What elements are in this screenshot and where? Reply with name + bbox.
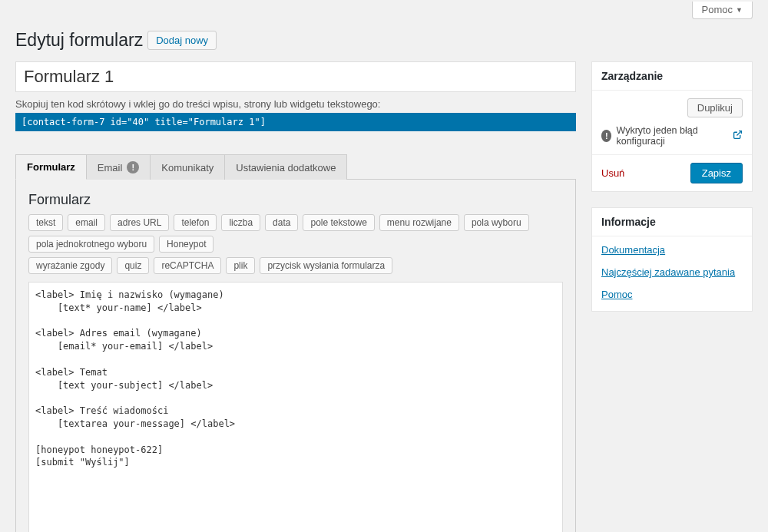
help-link[interactable]: Pomoc <box>601 289 743 300</box>
tag-button[interactable]: data <box>265 214 298 231</box>
manage-box: Zarządzanie Duplikuj ! Wykryto jeden błą… <box>591 61 753 192</box>
tag-button[interactable]: quiz <box>117 257 149 274</box>
tag-button[interactable]: liczba <box>221 214 260 231</box>
delete-link[interactable]: Usuń <box>601 167 624 179</box>
form-title-input[interactable] <box>15 61 576 92</box>
tag-button[interactable]: menu rozwijane <box>379 214 459 231</box>
warning-icon: ! <box>601 130 611 142</box>
config-warning[interactable]: ! Wykryto jeden błąd konfiguracji <box>601 125 743 147</box>
external-link-icon <box>733 130 743 142</box>
tag-button[interactable]: email <box>68 214 105 231</box>
tab-email[interactable]: Email ! <box>87 154 151 180</box>
tab-messages[interactable]: Komunikaty <box>151 154 225 180</box>
add-new-button[interactable]: Dodaj nowy <box>147 31 217 50</box>
duplicate-button[interactable]: Duplikuj <box>687 98 743 117</box>
tag-button[interactable]: pole tekstowe <box>303 214 374 231</box>
help-label: Pomoc <box>702 4 733 15</box>
tag-row-1: tekst email adres URL telefon liczba dat… <box>28 214 563 253</box>
tag-button[interactable]: tekst <box>28 214 63 231</box>
tag-button[interactable]: Honeypot <box>159 236 214 253</box>
tab-additional[interactable]: Ustawienia dodatkowe <box>225 154 347 180</box>
tag-button[interactable]: reCAPTCHA <box>154 257 221 274</box>
tag-button[interactable]: telefon <box>174 214 217 231</box>
chevron-down-icon: ▼ <box>736 6 743 14</box>
tab-row: Formularz Email ! Komunikaty Ustawienia … <box>15 154 576 180</box>
shortcode-hint: Skopiuj ten kod skrótowy i wklej go do t… <box>15 98 576 110</box>
manage-title: Zarządzanie <box>592 62 752 91</box>
config-warning-text: Wykryto jeden błąd konfiguracji <box>616 125 728 147</box>
tag-button[interactable]: wyrażanie zgody <box>28 257 112 274</box>
tag-button[interactable]: plik <box>226 257 255 274</box>
tab-form[interactable]: Formularz <box>15 154 87 180</box>
tag-button[interactable]: przycisk wysłania formularza <box>260 257 392 274</box>
page-title: Edytuj formularz <box>15 30 143 51</box>
help-toggle[interactable]: Pomoc ▼ <box>692 2 753 19</box>
tag-button[interactable]: pola jednokrotnego wyboru <box>28 236 154 253</box>
svg-line-0 <box>737 131 741 136</box>
tag-button[interactable]: pola wyboru <box>464 214 529 231</box>
info-title: Informacje <box>592 208 752 236</box>
docs-link[interactable]: Dokumentacja <box>601 244 743 256</box>
shortcode-code[interactable]: [contact-form-7 id="40" title="Formularz… <box>15 113 576 131</box>
tag-row-2: wyrażanie zgody quiz reCAPTCHA plik przy… <box>28 257 563 274</box>
form-editor[interactable] <box>28 282 563 532</box>
save-button-side[interactable]: Zapisz <box>690 163 743 183</box>
alert-icon: ! <box>127 161 139 173</box>
faq-link[interactable]: Najczęściej zadawane pytania <box>601 266 743 278</box>
info-box: Informacje Dokumentacja Najczęściej zada… <box>591 207 753 312</box>
panel-heading: Formularz <box>28 192 563 208</box>
tab-panel: Formularz tekst email adres URL telefon … <box>15 180 576 532</box>
tag-button[interactable]: adres URL <box>110 214 169 231</box>
